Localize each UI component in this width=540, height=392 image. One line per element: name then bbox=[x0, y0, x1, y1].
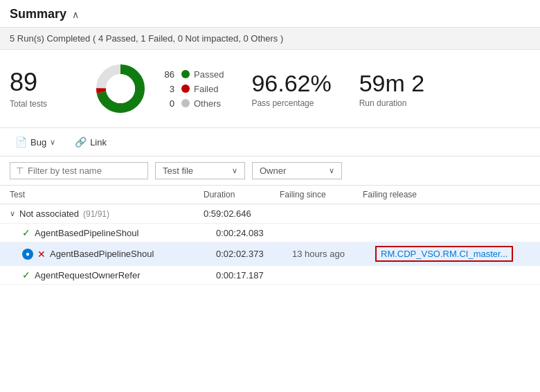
duration-cell: 0:00:24.083 bbox=[216, 228, 292, 238]
failed-count: 3 bbox=[161, 84, 174, 94]
filters-row: ⊤ Test file ∨ Owner ∨ bbox=[0, 157, 540, 186]
total-tests-label: Total tests bbox=[10, 99, 47, 109]
bug-button[interactable]: 📄 Bug ∨ bbox=[10, 134, 61, 150]
group-name-text: Not associated bbox=[19, 208, 79, 219]
total-tests-number: 89 bbox=[10, 69, 37, 96]
th-duration: Duration bbox=[204, 190, 280, 199]
pass-pct-number: 96.62% bbox=[251, 70, 331, 97]
run-summary-text: 5 Run(s) Completed ( 4 Passed, 1 Failed,… bbox=[10, 33, 283, 44]
donut-block: 86 Passed 3 Failed 0 Others bbox=[93, 61, 224, 116]
link-label: Link bbox=[90, 137, 107, 148]
test-file-label: Test file bbox=[163, 166, 226, 176]
others-count: 0 bbox=[161, 98, 174, 109]
link-icon: 🔗 bbox=[75, 136, 87, 148]
passed-dot bbox=[181, 70, 190, 78]
owner-label: Owner bbox=[260, 166, 323, 176]
stats-row: 89 Total tests 86 Passed 3 bbox=[0, 50, 540, 128]
svg-point-3 bbox=[106, 74, 135, 103]
legend-passed: 86 Passed bbox=[161, 69, 224, 80]
test-row: ✓ AgentBasedPipelineShoul 0:00:24.083 bbox=[0, 224, 540, 242]
test-file-arrow: ∨ bbox=[232, 166, 237, 175]
pass-pct-block: 96.62% Pass percentage bbox=[251, 70, 331, 108]
total-tests-block: 89 Total tests bbox=[10, 69, 79, 109]
owner-arrow: ∨ bbox=[329, 166, 334, 175]
test-file-select[interactable]: Test file ∨ bbox=[155, 162, 245, 179]
test-row-3: ✓ AgentRequestOwnerRefer 0:00:17.187 bbox=[0, 266, 540, 285]
test-row-highlighted: ● ✕ AgentBasedPipelineShoul 0:02:02.373 … bbox=[0, 242, 540, 266]
filter-by-test-name-input[interactable] bbox=[28, 166, 125, 176]
filter-input-wrap[interactable]: ⊤ bbox=[10, 162, 148, 179]
th-failing-since: Failing since bbox=[280, 190, 363, 199]
th-failing-release: Failing release bbox=[363, 190, 530, 199]
group-name-cell: ∨ Not associated (91/91) bbox=[10, 208, 204, 219]
filter-icon: ⊤ bbox=[16, 166, 24, 176]
expand-icon[interactable]: ∨ bbox=[10, 209, 15, 218]
test-name-text: AgentBasedPipelineShoul bbox=[35, 228, 138, 238]
test-name-cell-fail: ● ✕ AgentBasedPipelineShoul bbox=[22, 249, 216, 260]
failed-label: Failed bbox=[194, 84, 218, 94]
row-indicator-circle: ● bbox=[22, 249, 33, 260]
duration-cell-3: 0:00:17.187 bbox=[216, 270, 292, 280]
test-name-text-3: AgentRequestOwnerRefer bbox=[35, 270, 140, 280]
legend-others: 0 Others bbox=[161, 98, 224, 109]
summary-header: Summary ∧ bbox=[0, 0, 540, 28]
failing-since-cell-fail: 13 hours ago bbox=[292, 249, 375, 259]
run-duration-number: 59m 2 bbox=[359, 70, 425, 97]
collapse-icon[interactable]: ∧ bbox=[72, 9, 79, 20]
others-dot bbox=[181, 99, 190, 107]
failed-dot bbox=[181, 84, 190, 93]
duration-cell-fail: 0:02:02.373 bbox=[216, 249, 292, 259]
passed-count: 86 bbox=[161, 69, 174, 80]
group-duration: 0:59:02.646 bbox=[204, 208, 280, 219]
failing-release-cell-fail: RM.CDP_VSO.RM.CI_master... bbox=[375, 246, 530, 262]
others-label: Others bbox=[194, 98, 221, 109]
bug-icon: 📄 bbox=[15, 136, 27, 148]
owner-select[interactable]: Owner ∨ bbox=[252, 162, 342, 179]
table-header: Test Duration Failing since Failing rele… bbox=[0, 186, 540, 204]
th-test: Test bbox=[10, 190, 204, 199]
chart-legend: 86 Passed 3 Failed 0 Others bbox=[161, 69, 224, 109]
pass-icon: ✓ bbox=[22, 227, 30, 238]
test-name-cell-3: ✓ AgentRequestOwnerRefer bbox=[22, 269, 216, 280]
passed-label: Passed bbox=[194, 69, 224, 80]
test-name-cell: ✓ AgentBasedPipelineShoul bbox=[22, 227, 216, 238]
run-duration-label: Run duration bbox=[359, 98, 425, 108]
pass-pct-label: Pass percentage bbox=[251, 98, 331, 108]
actions-row: 📄 Bug ∨ 🔗 Link bbox=[0, 128, 540, 157]
run-duration-block: 59m 2 Run duration bbox=[359, 70, 425, 108]
bug-label: Bug bbox=[30, 137, 46, 148]
donut-chart bbox=[93, 61, 148, 116]
bug-dropdown-arrow: ∨ bbox=[50, 138, 55, 147]
run-summary-bar: 5 Run(s) Completed ( 4 Passed, 1 Failed,… bbox=[0, 28, 540, 50]
group-row: ∨ Not associated (91/91) 0:59:02.646 bbox=[0, 204, 540, 224]
release-link[interactable]: RM.CDP_VSO.RM.CI_master... bbox=[381, 249, 507, 259]
fail-icon: ✕ bbox=[37, 249, 46, 260]
pass-icon-3: ✓ bbox=[22, 269, 30, 280]
table-body: ∨ Not associated (91/91) 0:59:02.646 ✓ A… bbox=[0, 204, 540, 285]
release-link-box: RM.CDP_VSO.RM.CI_master... bbox=[375, 246, 513, 262]
group-count: (91/91) bbox=[83, 209, 109, 219]
legend-failed: 3 Failed bbox=[161, 84, 224, 94]
link-button[interactable]: 🔗 Link bbox=[69, 134, 112, 150]
page-title: Summary bbox=[10, 7, 66, 21]
test-name-text-fail: AgentBasedPipelineShoul bbox=[50, 249, 154, 259]
